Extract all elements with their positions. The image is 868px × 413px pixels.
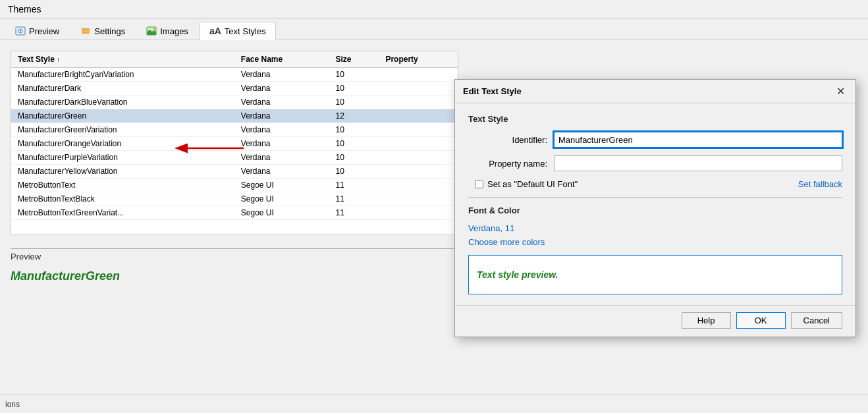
preview-label: Preview (11, 252, 458, 262)
cell-faceName: Verdana (234, 165, 329, 179)
table-row[interactable]: ManufacturerBrightCyanVariationVerdana10 (11, 68, 458, 82)
col-text-style[interactable]: Text Style (11, 51, 234, 68)
choose-more-colors-link[interactable]: Choose more colors (468, 237, 842, 247)
images-icon (146, 26, 157, 36)
text-styles-table[interactable]: Text Style Face Name Size Property (11, 51, 458, 235)
tab-text-styles-label: Text Styles (225, 26, 266, 36)
window-title: Themes (8, 4, 41, 14)
ok-button[interactable]: OK (736, 312, 786, 329)
tab-preview[interactable]: Preview (5, 22, 69, 40)
settings-icon (80, 26, 91, 36)
cell-property (379, 206, 458, 220)
cell-textStyle: ManufacturerGreenVariation (11, 123, 234, 137)
cell-size: 10 (329, 123, 379, 137)
tab-text-styles[interactable]: aA Text Styles (200, 22, 276, 40)
cell-faceName: Verdana (234, 82, 329, 96)
cell-textStyle: MetroButtonTextGreenVariat... (11, 206, 234, 220)
table-row[interactable]: ManufacturerDarkBlueVariationVerdana10 (11, 96, 458, 109)
cell-property (379, 151, 458, 165)
tab-settings[interactable]: Settings (70, 22, 135, 40)
default-ui-font-checkbox[interactable] (475, 180, 483, 188)
cell-textStyle: ManufacturerPurpleVariation (11, 151, 234, 165)
font-color-section-header: Font & Color (468, 206, 842, 215)
section-divider (468, 197, 842, 198)
set-fallback-link[interactable]: Set fallback (798, 179, 842, 189)
status-bar: ions (0, 395, 868, 413)
col-face-name[interactable]: Face Name (234, 51, 329, 68)
identifier-label: Identifier: (468, 135, 547, 145)
cell-size: 10 (329, 137, 379, 151)
svg-point-2 (20, 30, 21, 32)
dialog-title-bar: Edit Text Style ✕ (455, 80, 855, 103)
cell-property (379, 96, 458, 109)
tab-preview-label: Preview (29, 26, 59, 36)
table-row[interactable]: ManufacturerYellowVariationVerdana10 (11, 165, 458, 179)
property-name-input[interactable] (554, 155, 842, 171)
cell-property (379, 192, 458, 206)
table-row[interactable]: ManufacturerPurpleVariationVerdana10 (11, 151, 458, 165)
tab-settings-label: Settings (94, 26, 125, 36)
status-text: ions (5, 400, 20, 409)
dialog-title: Edit Text Style (463, 86, 522, 96)
default-font-row: Set as "Default UI Font" Set fallback (468, 179, 842, 189)
cell-textStyle: ManufacturerGreen (11, 109, 234, 123)
cell-textStyle: ManufacturerDarkBlueVariation (11, 96, 234, 109)
cell-faceName: Verdana (234, 109, 329, 123)
cell-faceName: Segoe UI (234, 206, 329, 220)
table-row[interactable]: ManufacturerGreenVerdana12 (11, 109, 458, 123)
table-row[interactable]: ManufacturerOrangeVariationVerdana10 (11, 137, 458, 151)
cell-property (379, 68, 458, 82)
text-style-section-header: Text Style (468, 114, 842, 124)
dialog-close-button[interactable]: ✕ (834, 85, 848, 97)
identifier-input[interactable] (554, 132, 842, 148)
cell-textStyle: ManufacturerOrangeVariation (11, 137, 234, 151)
cell-faceName: Verdana (234, 123, 329, 137)
col-property[interactable]: Property (379, 51, 458, 68)
cell-textStyle: ManufacturerYellowVariation (11, 165, 234, 179)
dialog-footer: Help OK Cancel (455, 305, 855, 337)
tab-images-label: Images (160, 26, 188, 36)
cell-size: 10 (329, 68, 379, 82)
dialog-body: Text Style Identifier: Property name: Se… (455, 103, 855, 305)
text-styles-icon: aA (209, 26, 221, 36)
cell-size: 11 (329, 192, 379, 206)
text-preview-box: Text style preview. (468, 255, 842, 294)
cell-textStyle: ManufacturerBrightCyanVariation (11, 68, 234, 82)
cell-textStyle: ManufacturerDark (11, 82, 234, 96)
table-row[interactable]: MetroButtonTextBlackSegoe UI11 (11, 192, 458, 206)
property-name-label: Property name: (468, 159, 547, 169)
cell-textStyle: MetroButtonTextBlack (11, 192, 234, 206)
identifier-row: Identifier: (468, 132, 842, 148)
text-preview-content: Text style preview. (477, 269, 558, 280)
cell-property (379, 165, 458, 179)
tab-images[interactable]: Images (136, 22, 198, 40)
cell-faceName: Verdana (234, 137, 329, 151)
edit-text-style-dialog: Edit Text Style ✕ Text Style Identifier:… (454, 79, 856, 337)
table-row[interactable]: ManufacturerGreenVariationVerdana10 (11, 123, 458, 137)
cell-size: 10 (329, 96, 379, 109)
cell-faceName: Verdana (234, 68, 329, 82)
preview-text: ManufacturerGreen (11, 267, 458, 286)
cell-size: 12 (329, 109, 379, 123)
preview-section: Preview ManufacturerGreen (11, 248, 458, 286)
help-button[interactable]: Help (682, 312, 731, 329)
cell-faceName: Verdana (234, 151, 329, 165)
table-row[interactable]: MetroButtonTextSegoe UI11 (11, 179, 458, 192)
cell-faceName: Segoe UI (234, 192, 329, 206)
cancel-button[interactable]: Cancel (791, 312, 842, 329)
cell-size: 10 (329, 165, 379, 179)
table-row[interactable]: ManufacturerDarkVerdana10 (11, 82, 458, 96)
default-ui-font-label: Set as "Default UI Font" (487, 179, 578, 189)
left-panel: Text Style Face Name Size Property (11, 51, 458, 402)
window-title-bar: Themes (0, 0, 868, 19)
cell-size: 10 (329, 151, 379, 165)
font-link[interactable]: Verdana, 11 (468, 223, 842, 233)
cell-size: 10 (329, 82, 379, 96)
table-row[interactable]: MetroButtonTextGreenVariat...Segoe UI11 (11, 206, 458, 220)
svg-point-8 (153, 28, 155, 30)
cell-property (379, 137, 458, 151)
cell-property (379, 82, 458, 96)
cell-faceName: Segoe UI (234, 179, 329, 192)
col-size[interactable]: Size (329, 51, 379, 68)
svg-rect-4 (82, 30, 90, 32)
